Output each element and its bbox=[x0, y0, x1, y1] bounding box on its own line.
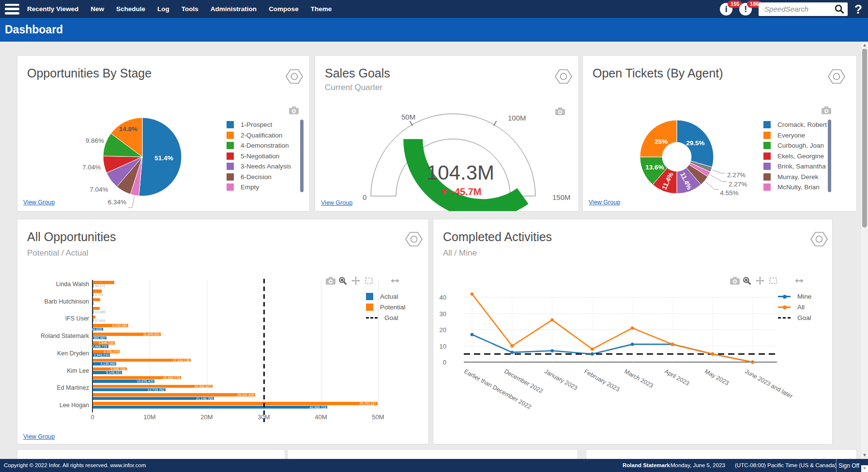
widget-settings-icon[interactable] bbox=[405, 231, 423, 247]
legend-swatch bbox=[227, 173, 234, 181]
legend-item[interactable]: Actual bbox=[366, 293, 398, 300]
widget-settings-icon[interactable] bbox=[285, 68, 304, 85]
legend-item[interactable]: 1-Prospect bbox=[227, 121, 272, 128]
bar-actual[interactable] bbox=[93, 293, 93, 296]
legend-item[interactable]: 3-Needs Analysis bbox=[227, 163, 291, 170]
legend-item[interactable]: 6-Decision bbox=[227, 173, 272, 181]
info-notifications-icon[interactable]: i 155 bbox=[720, 3, 732, 15]
bar-value-label: 49,792,227 bbox=[360, 402, 377, 405]
legend-item[interactable]: Curbough, Joan bbox=[763, 142, 824, 149]
legend-item[interactable]: 4-Demonstration bbox=[227, 142, 289, 149]
bar-potential[interactable] bbox=[93, 298, 100, 302]
pie-slice-label: 7.04% bbox=[82, 164, 101, 171]
view-group-link[interactable]: View Group bbox=[23, 199, 55, 206]
bar-value-label: 4,135,966 bbox=[100, 362, 115, 365]
bar-actual[interactable] bbox=[93, 284, 93, 288]
help-icon[interactable]: ? bbox=[854, 3, 862, 15]
page-scrollbar-thumb[interactable] bbox=[862, 48, 867, 228]
box-select-icon[interactable] bbox=[365, 276, 373, 285]
nav-item-compose[interactable]: Compose bbox=[269, 5, 299, 13]
widget-settings-icon[interactable] bbox=[827, 68, 846, 85]
pan-icon[interactable] bbox=[756, 276, 764, 285]
autoscale-icon[interactable] bbox=[391, 276, 399, 285]
legend-item[interactable]: Empty bbox=[227, 183, 259, 191]
nav-item-administration[interactable]: Administration bbox=[211, 5, 257, 13]
hamburger-menu-icon[interactable] bbox=[5, 4, 19, 15]
nav-item-recently-viewed[interactable]: Recently Viewed bbox=[27, 5, 78, 13]
bar-actual[interactable] bbox=[93, 406, 327, 409]
nav-item-tools[interactable]: Tools bbox=[182, 5, 198, 13]
bar-value-label: 28,431,638 bbox=[237, 393, 254, 396]
bar-potential[interactable] bbox=[93, 402, 378, 405]
view-group-link[interactable]: View Group bbox=[589, 199, 620, 206]
legend-swatch bbox=[763, 142, 771, 149]
bar-actual[interactable] bbox=[93, 310, 93, 314]
reset-axes-icon[interactable] bbox=[404, 276, 412, 285]
sign-off-button[interactable]: Sign Off bbox=[836, 459, 861, 472]
lasso-select-icon[interactable] bbox=[378, 276, 386, 285]
legend-item[interactable]: 5-Negotiation bbox=[227, 152, 279, 160]
bar-value-label: 94,372 bbox=[95, 284, 105, 288]
widget-open-tickets: Open Tickets (By Agent) View Group 29.5%… bbox=[582, 55, 857, 212]
x-axis-tick-label: February 2023 bbox=[583, 368, 621, 393]
search-icon[interactable] bbox=[834, 4, 845, 15]
gauge-value: 104.3M bbox=[381, 161, 540, 184]
camera-icon[interactable] bbox=[730, 276, 738, 285]
legend-item[interactable]: Ekels, Georgine bbox=[763, 152, 824, 160]
bar-category-label: Lee Hogan bbox=[18, 402, 89, 409]
x-axis-tick-label: 0 bbox=[91, 413, 94, 421]
gauge-tick-label: 100M bbox=[508, 114, 526, 122]
legend-item[interactable]: Mine bbox=[778, 293, 811, 300]
camera-icon[interactable] bbox=[325, 276, 334, 285]
plotly-modebar bbox=[325, 276, 412, 285]
legend-item[interactable]: Murray, Derek bbox=[763, 173, 819, 181]
scrollbar-up-arrow[interactable]: ▲ bbox=[861, 42, 868, 49]
pie-slice-label: 13.6% bbox=[645, 163, 664, 170]
legend-item[interactable]: Brink, Samantha bbox=[763, 163, 826, 170]
reset-axes-icon[interactable] bbox=[808, 276, 817, 285]
legend-label: All bbox=[797, 304, 805, 311]
legend-item[interactable]: Everyone bbox=[763, 132, 805, 139]
bar-potential[interactable] bbox=[93, 316, 95, 319]
legend-item[interactable]: Goal bbox=[366, 314, 398, 321]
legend-label: Actual bbox=[380, 293, 398, 300]
legend-item[interactable]: McNulty, Brian bbox=[763, 183, 820, 191]
view-group-link[interactable]: View Group bbox=[23, 433, 55, 440]
pan-icon[interactable] bbox=[351, 276, 360, 285]
widget-settings-icon[interactable] bbox=[810, 231, 828, 247]
lasso-select-icon[interactable] bbox=[782, 276, 791, 285]
legend-scrollbar[interactable] bbox=[300, 120, 304, 192]
nav-item-log[interactable]: Log bbox=[157, 5, 169, 13]
nav-item-theme[interactable]: Theme bbox=[311, 5, 332, 13]
legend-item[interactable]: Goal bbox=[778, 314, 811, 321]
scrollbar-down-arrow[interactable]: ▼ bbox=[861, 452, 868, 459]
legend-scrollbar[interactable] bbox=[828, 120, 831, 192]
bar-potential[interactable] bbox=[93, 289, 102, 293]
nav-item-new[interactable]: New bbox=[91, 5, 104, 13]
footer-copyright: Copyright © 2022 Infor. All rights reser… bbox=[4, 462, 146, 468]
bar-potential[interactable] bbox=[93, 307, 100, 310]
legend-item[interactable]: All bbox=[778, 304, 805, 311]
nav-item-schedule[interactable]: Schedule bbox=[116, 5, 145, 13]
box-select-icon[interactable] bbox=[769, 276, 777, 285]
pie-slice-label: 2.27% bbox=[727, 171, 746, 179]
partial-widget bbox=[17, 449, 285, 460]
camera-snapshot-icon[interactable] bbox=[289, 106, 299, 115]
bar-actual[interactable] bbox=[93, 319, 93, 322]
zoom-icon[interactable] bbox=[338, 276, 347, 285]
legend-item[interactable]: Cromack, Robert bbox=[763, 121, 827, 128]
x-axis-tick-label: April 2023 bbox=[663, 368, 690, 387]
zoom-icon[interactable] bbox=[743, 276, 751, 285]
bar-value-label: 4,726,475 bbox=[104, 350, 119, 353]
autoscale-icon[interactable] bbox=[795, 276, 804, 285]
bar-value-label: 40,969,118 bbox=[309, 406, 326, 409]
alert-notifications-icon[interactable]: ! 186 bbox=[739, 3, 752, 15]
legend-item[interactable]: Potential bbox=[366, 304, 406, 311]
scrollbar-corner: ▼ bbox=[861, 465, 868, 472]
bar-potential[interactable] bbox=[93, 281, 114, 284]
legend-item[interactable]: 2-Qualification bbox=[227, 132, 282, 139]
camera-snapshot-icon[interactable] bbox=[821, 106, 832, 115]
bar-potential[interactable] bbox=[93, 393, 255, 396]
footer-date: Monday, June 5, 2023 bbox=[670, 462, 725, 468]
bar-actual[interactable] bbox=[93, 302, 93, 305]
